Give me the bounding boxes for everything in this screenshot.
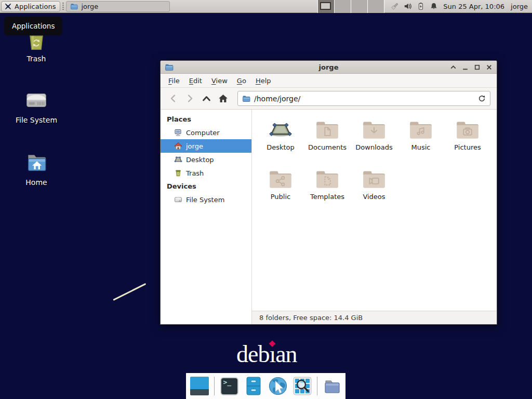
panel-separator-handle	[62, 3, 64, 10]
battery-icon[interactable]	[417, 2, 425, 10]
tooltip-text: Applications	[12, 22, 55, 30]
file-music[interactable]: Music	[397, 117, 444, 166]
sidebar-item-file-system[interactable]: File System	[161, 193, 251, 206]
file-label: Desktop	[267, 143, 295, 151]
taskbar-window-button[interactable]: jorge	[66, 1, 170, 12]
file-videos[interactable]: Videos	[351, 166, 397, 216]
workspace-3[interactable]	[351, 0, 368, 13]
hard-drive-icon	[22, 86, 50, 114]
up-button[interactable]	[198, 91, 215, 107]
sidebar-item-trash[interactable]: Trash	[161, 166, 251, 180]
file-manager-folder-icon	[322, 376, 342, 396]
path-bar[interactable]: /home/jorge/	[237, 91, 490, 106]
file-label: Videos	[363, 193, 385, 201]
close-button[interactable]	[486, 64, 493, 71]
public-folder-icon	[268, 168, 294, 190]
shade-button[interactable]	[450, 64, 457, 71]
statusbar: 8 folders, Free space: 14.4 GiB	[252, 311, 497, 324]
drive-icon	[174, 195, 182, 204]
folder-icon	[70, 3, 78, 10]
file-label: Downloads	[355, 143, 392, 151]
system-tray	[391, 2, 438, 10]
taskbar-window-label: jorge	[81, 3, 98, 10]
forward-button[interactable]	[181, 91, 198, 107]
file-label: Music	[411, 143, 431, 151]
sidebar-item-label: File System	[186, 196, 224, 204]
application-finder-launcher[interactable]	[292, 376, 312, 396]
tool-tray-icon[interactable]	[391, 2, 399, 10]
wallpaper-line-decoration	[113, 283, 146, 301]
menu-file[interactable]: File	[164, 75, 184, 87]
desktop-icon-label: File System	[5, 116, 68, 124]
sidebar-item-computer[interactable]: Computer	[161, 126, 251, 139]
terminal-icon: >_	[220, 377, 238, 395]
file-icon-view: Desktop Documents	[252, 110, 497, 311]
applications-menu-button[interactable]: Applications	[1, 1, 60, 12]
desktop-folder-icon	[268, 119, 294, 141]
workspace-window-thumb	[320, 2, 331, 10]
menu-go[interactable]: Go	[232, 75, 251, 87]
menu-help[interactable]: Help	[251, 75, 276, 87]
home-folder-icon	[22, 149, 50, 177]
sidebar-item-label: jorge	[186, 142, 203, 150]
file-manager-launcher[interactable]	[322, 376, 342, 396]
file-cabinet-launcher[interactable]	[244, 376, 263, 396]
workspace-2[interactable]	[335, 0, 351, 13]
sidebar: Places Computer jorge Desktop Trash Devi…	[161, 110, 252, 324]
music-folder-icon	[408, 119, 434, 141]
home-icon	[174, 142, 182, 150]
clock[interactable]: Sun 25 Apr, 10:06	[443, 3, 504, 10]
file-templates[interactable]: Templates	[304, 166, 351, 216]
xfce-applications-icon	[4, 3, 12, 10]
file-label: Documents	[308, 143, 347, 151]
home-button[interactable]	[215, 91, 231, 107]
pictures-folder-icon	[455, 119, 481, 141]
path-folder-icon	[242, 95, 250, 103]
desktop-icon-home[interactable]: Home	[5, 149, 68, 187]
bottom-dock: >_	[186, 373, 345, 399]
file-downloads[interactable]: Downloads	[351, 117, 397, 166]
statusbar-text: 8 folders, Free space: 14.4 GiB	[259, 314, 363, 322]
volume-icon[interactable]	[404, 2, 412, 10]
sidebar-item-label: Desktop	[186, 156, 214, 164]
file-public[interactable]: Public	[257, 166, 304, 216]
workspace-1[interactable]	[318, 0, 335, 13]
notifications-bell-icon[interactable]	[430, 2, 438, 10]
top-panel: Applications jorge Su	[0, 0, 532, 13]
web-browser-launcher[interactable]	[268, 376, 288, 396]
web-browser-globe-icon	[268, 376, 288, 396]
file-desktop[interactable]: Desktop	[257, 117, 304, 166]
templates-folder-icon	[314, 168, 340, 190]
dock-separator	[214, 377, 215, 395]
back-button[interactable]	[165, 91, 181, 107]
file-pictures[interactable]: Pictures	[444, 117, 491, 166]
desktop-icon-file-system[interactable]: File System	[5, 86, 68, 124]
reload-button[interactable]	[478, 95, 486, 102]
computer-icon	[174, 128, 182, 137]
menu-edit[interactable]: Edit	[184, 75, 207, 87]
file-cabinet-icon	[244, 376, 263, 396]
sidebar-item-jorge[interactable]: jorge	[161, 139, 251, 153]
minimize-button[interactable]	[462, 64, 469, 71]
debian-logo: debıan	[236, 340, 297, 368]
sidebar-item-desktop[interactable]: Desktop	[161, 153, 251, 166]
logo-text: deb	[236, 341, 269, 367]
window-titlebar[interactable]: jorge	[161, 61, 497, 74]
path-value[interactable]: /home/jorge/	[254, 95, 478, 103]
show-desktop-icon	[190, 377, 209, 395]
toolbar: /home/jorge/	[161, 88, 497, 110]
sidebar-header-places: Places	[161, 113, 251, 126]
trash-icon	[174, 169, 182, 177]
window-title: jorge	[161, 63, 497, 71]
terminal-launcher[interactable]: >_	[219, 376, 239, 396]
file-documents[interactable]: Documents	[304, 117, 351, 166]
workspace-4[interactable]	[368, 0, 384, 13]
panel-username[interactable]: jorge	[511, 3, 528, 10]
desktop-icon-label: Trash	[5, 55, 68, 63]
file-manager-window: jorge File Edit View Go Help /home/jorge…	[160, 60, 497, 325]
application-finder-icon	[292, 376, 312, 396]
show-desktop-button[interactable]	[190, 376, 209, 396]
desktop-icon-label: Home	[5, 178, 68, 187]
menu-view[interactable]: View	[207, 75, 232, 87]
maximize-button[interactable]	[474, 64, 481, 71]
